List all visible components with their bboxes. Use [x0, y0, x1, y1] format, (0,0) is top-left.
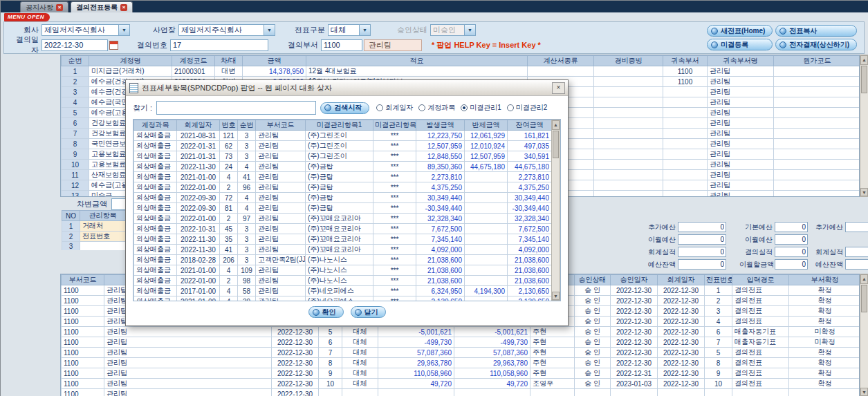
grid-cell[interactable]: (주)나노시스 [306, 265, 373, 276]
grid-cell[interactable]: 21,038,600 [416, 255, 465, 265]
grid-cell[interactable]: 2022-12-30 [611, 296, 658, 306]
scroll-down-icon[interactable]: ▼ [860, 188, 868, 196]
grid-cell[interactable]: 12,010,924 [465, 141, 508, 151]
grid-cell[interactable] [594, 118, 663, 129]
grid-cell[interactable]: 2 [705, 296, 732, 306]
grid-row[interactable]: 외상매출금2022-10-31453관리팀(주)꼬매요코리아***7,672,5… [134, 224, 552, 234]
grid-cell[interactable]: *** [373, 234, 416, 245]
slip-type-select[interactable]: 대체 ▼ [328, 24, 371, 36]
grid-row[interactable]: 1100관리팀2022-12-305대체-5,001,621-5,001,621… [62, 327, 860, 337]
grid-cell[interactable]: 4 [238, 193, 256, 203]
grid-cell[interactable]: 5 [705, 348, 732, 358]
grid-cell[interactable]: 관리팀 [256, 182, 306, 193]
grid-cell[interactable]: 1100 [663, 66, 708, 77]
grid-cell[interactable]: 2022-12-30 [611, 358, 658, 368]
scroll-up-icon[interactable]: ▲ [860, 55, 868, 65]
grid-cell[interactable] [774, 170, 860, 180]
grid-cell[interactable]: 확정 [789, 379, 860, 389]
grid-cell[interactable]: 58 [238, 286, 256, 296]
grid-cell[interactable]: 6,324,950 [416, 286, 465, 296]
grid-cell[interactable]: 30,349,440 [508, 193, 552, 203]
grid-cell[interactable] [454, 389, 530, 396]
grid-row[interactable]: 외상매출금2021-01-31733관리팀(주)그린조이***12,848,55… [134, 151, 552, 162]
grid-cell[interactable]: 2022-12-30 [611, 327, 658, 337]
radio-button-icon[interactable] [461, 104, 468, 111]
grid-cell[interactable]: 2 [220, 214, 238, 224]
grid-cell[interactable]: 12,848,550 [416, 151, 465, 162]
grid-cell[interactable]: 110,058,960 [454, 368, 530, 379]
grid-cell[interactable]: 2022-12-30 [658, 358, 705, 368]
grid-cell[interactable]: 2022-12-30 [658, 368, 705, 379]
tab-slip-register[interactable]: 결의전표등록 × [71, 1, 133, 12]
grid-cell[interactable] [663, 118, 708, 129]
grid-cell[interactable] [774, 180, 860, 191]
search-start-button[interactable]: 검색시작 [320, 102, 369, 114]
bizplace-select[interactable]: 제일저지주식회사 ▼ [178, 24, 275, 36]
budget-field-input[interactable] [775, 247, 808, 257]
grid-cell[interactable]: 외상매출금 [134, 245, 177, 255]
grid-cell[interactable] [594, 170, 663, 180]
grid-row[interactable]: 1100관리팀2022-12-30 [62, 389, 860, 396]
grid-cell[interactable] [663, 97, 708, 108]
grid-cell[interactable] [774, 129, 860, 139]
grid-cell[interactable]: 1 [62, 221, 80, 232]
grid-cell[interactable]: 29,963,780 [454, 358, 530, 368]
grid-cell[interactable]: 1 [62, 66, 89, 77]
budget-field-input[interactable] [775, 234, 808, 245]
grid-cell[interactable]: 10 [62, 160, 89, 170]
grid-cell[interactable] [594, 108, 663, 118]
grid-cell[interactable] [774, 66, 860, 77]
grid-cell[interactable]: *** [373, 255, 416, 265]
grid-cell[interactable]: 1100 [62, 389, 104, 396]
grid-cell[interactable]: 관리팀 [256, 224, 306, 234]
grid-cell[interactable]: 관리팀 [708, 87, 774, 97]
grid-cell[interactable] [465, 214, 508, 224]
grid-cell[interactable]: 2022-11-30 [177, 162, 220, 172]
grid-cell[interactable] [319, 389, 342, 396]
radio-미결관리1[interactable]: 미결관리1 [461, 103, 501, 113]
grid-cell[interactable]: 2022-01-00 [177, 182, 220, 193]
grid-cell[interactable]: 결의전표 [732, 348, 789, 358]
grid-row[interactable]: 외상매출금2021-08-311213관리팀(주)그린조이***12,223,7… [134, 131, 552, 141]
grid-cell[interactable]: 4,375,250 [508, 182, 552, 193]
grid-cell[interactable]: 4 [238, 162, 256, 172]
radio-계정과목[interactable]: 계정과목 [418, 103, 455, 113]
grid-cell[interactable]: 4 [220, 286, 238, 296]
grid-cell[interactable]: 외상매출금 [134, 193, 177, 203]
grid-row[interactable]: 1100관리팀2022-12-306대체-499,730-499,730주현승 … [62, 337, 860, 348]
grid-cell[interactable]: 조영우 [530, 379, 575, 389]
grid-cell[interactable]: 승 인 [575, 317, 611, 327]
grid-cell[interactable]: 2 [62, 77, 89, 87]
grid-cell[interactable]: 2022-12-30 [658, 337, 705, 348]
grid-cell[interactable]: (주)나노시스 [306, 255, 373, 265]
grid-cell[interactable]: 7 [319, 348, 342, 358]
grid-cell[interactable]: 9 [62, 149, 89, 160]
grid-cell[interactable]: 96 [238, 182, 256, 193]
grid-cell[interactable]: 외상매출금 [134, 182, 177, 193]
grid-cell[interactable]: 62 [220, 141, 238, 151]
grid-cell[interactable]: 5 [62, 108, 89, 118]
grid-row[interactable]: 1100관리팀2022-12-307대체57,087,36057,087,360… [62, 348, 860, 358]
grid-cell[interactable]: 1100 [62, 327, 104, 337]
scroll-thumb[interactable] [861, 285, 867, 312]
grid-cell[interactable]: 44,675,180 [465, 162, 508, 172]
grid-cell[interactable]: 2022-10-31 [177, 224, 220, 234]
grid-cell[interactable] [594, 139, 663, 149]
grid-cell[interactable]: 관리팀 [256, 193, 306, 203]
menu-open-badge[interactable]: MENU OPEN [4, 13, 50, 21]
grid-cell[interactable]: 미지급금(거래처) [89, 66, 172, 77]
resolution-no-input[interactable] [170, 39, 268, 51]
grid-cell[interactable] [663, 180, 708, 191]
grid-cell[interactable]: 외상매출금 [134, 151, 177, 162]
grid-cell[interactable]: 2,130,650 [508, 286, 552, 296]
grid-cell[interactable]: 외상매출금 [134, 296, 177, 302]
grid-cell[interactable]: 관리팀 [256, 245, 306, 255]
grid-cell[interactable]: 확정 [789, 317, 860, 327]
grid-cell[interactable]: 주현 [530, 358, 575, 368]
grid-cell[interactable]: 1100 [663, 77, 708, 87]
scroll-up-icon[interactable]: ▲ [860, 274, 868, 284]
grid-cell[interactable]: 6 [705, 327, 732, 337]
grid-cell[interactable]: 2022-12-30 [272, 379, 319, 389]
grid-cell[interactable] [663, 149, 708, 160]
grid-cell[interactable] [465, 265, 508, 276]
